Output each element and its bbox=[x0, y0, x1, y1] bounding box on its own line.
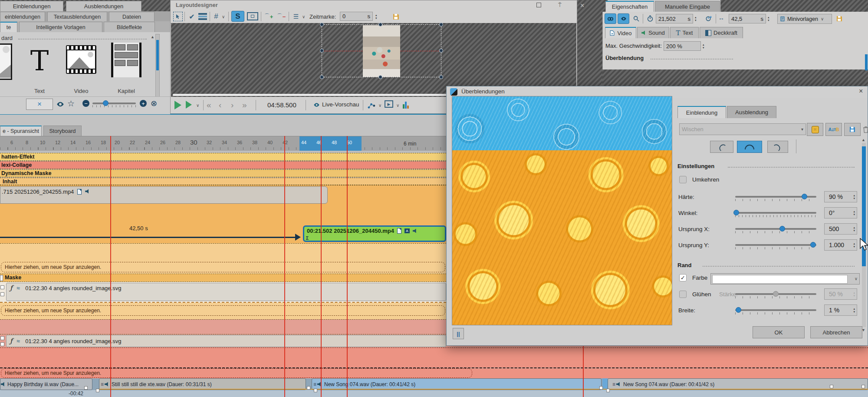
save-icon[interactable] bbox=[391, 12, 401, 21]
ursprung-y-slider[interactable] bbox=[735, 244, 816, 246]
fade-handle[interactable] bbox=[861, 385, 865, 388]
breite-valuebox[interactable]: 1 % ▴▾ bbox=[824, 304, 857, 316]
next-frame-icon[interactable]: › bbox=[231, 100, 233, 110]
play-button[interactable] bbox=[174, 101, 181, 109]
bezier-path-icon[interactable]: S bbox=[231, 11, 244, 22]
panel-scrollbar-thumb[interactable] bbox=[865, 54, 868, 70]
ursprung-x-slider[interactable] bbox=[735, 228, 816, 230]
template-item-video[interactable] bbox=[66, 45, 96, 74]
fade-handle[interactable] bbox=[314, 389, 317, 392]
display-mode-icon[interactable]: ▶ bbox=[385, 100, 393, 108]
select-tool-icon[interactable] bbox=[173, 12, 183, 21]
haerte-knob[interactable] bbox=[802, 194, 807, 199]
duration-input[interactable]: 21,502 s bbox=[656, 14, 693, 23]
save-preset-button[interactable] bbox=[844, 123, 861, 136]
restore-icon[interactable] bbox=[536, 3, 541, 7]
trash-icon[interactable] bbox=[861, 125, 868, 134]
tab-eigenschaften[interactable]: Eigenschaften bbox=[605, 1, 654, 12]
scrollbar-track[interactable] bbox=[155, 34, 160, 99]
tab-sound[interactable]: Sound bbox=[637, 27, 669, 38]
tab-storyboard[interactable]: Storyboard bbox=[43, 126, 82, 136]
stats-icon[interactable] bbox=[403, 101, 410, 109]
layoutdesigner-titlebar[interactable]: Layoutdesigner ⍑ bbox=[171, 0, 577, 10]
audio-clip-newsong-1[interactable]: ≡ New Song 074.wav (Dauer: 00:41/42 s) bbox=[312, 378, 602, 390]
gluehen-checkbox[interactable] bbox=[679, 291, 687, 298]
dialog-close-icon[interactable]: × bbox=[859, 87, 863, 95]
max-speed-spinner[interactable]: ▴▾ bbox=[703, 42, 704, 50]
thumbnail-size-slider[interactable] bbox=[92, 103, 136, 104]
drop-target[interactable]: Hierher ziehen, um neue Spur anzulegen. bbox=[1, 368, 472, 378]
zoom-object-icon[interactable] bbox=[631, 14, 641, 23]
ursprung-y-valuebox[interactable]: 1.000 ▴▾ bbox=[824, 239, 857, 251]
scrollbar-thumb[interactable] bbox=[156, 40, 159, 70]
tab-effekte[interactable]: te bbox=[0, 22, 17, 32]
length-spinner[interactable]: ▴▾ bbox=[768, 14, 769, 23]
fade-handle[interactable] bbox=[96, 389, 99, 392]
umkehren-checkbox[interactable] bbox=[679, 176, 687, 183]
farbe-color-dropdown[interactable]: ∨ bbox=[710, 273, 860, 285]
selection-handle[interactable] bbox=[320, 75, 324, 79]
winkel-valuebox[interactable]: 0° ▴▾ bbox=[824, 207, 857, 218]
skip-to-end-icon[interactable]: » bbox=[242, 100, 247, 110]
wipe-shape-left-button[interactable] bbox=[710, 141, 733, 153]
chevron-down-icon[interactable]: ∨ bbox=[222, 14, 225, 19]
minivorlagen-dropdown[interactable]: Minivorlagen ∨ bbox=[777, 14, 832, 24]
farbe-checkbox[interactable]: ✓ bbox=[679, 274, 687, 281]
swap-ab-button[interactable]: A⇄B bbox=[825, 123, 842, 136]
fade-handle[interactable] bbox=[599, 386, 603, 390]
marker-line[interactable] bbox=[284, 136, 285, 397]
tab-ausblendung[interactable]: Ausblendung bbox=[727, 106, 776, 118]
dialog-scrollbar-track[interactable] bbox=[862, 143, 866, 327]
fade-handle[interactable] bbox=[830, 385, 833, 388]
save-icon[interactable] bbox=[835, 14, 844, 23]
fade-handle[interactable] bbox=[606, 389, 610, 392]
winkel-knob[interactable] bbox=[733, 210, 739, 215]
tab-bildeffekte[interactable]: Bildeffekte bbox=[104, 22, 155, 32]
max-speed-input[interactable]: 200 % bbox=[664, 41, 701, 51]
fade-handle[interactable] bbox=[307, 386, 310, 390]
remove-keyframe-icon[interactable]: ⌒− bbox=[276, 12, 286, 21]
clip-handle[interactable] bbox=[0, 285, 4, 289]
no-effect-button[interactable]: × bbox=[26, 99, 53, 110]
preset-dropdown[interactable]: Wischen ▾ bbox=[679, 123, 806, 135]
selection-handle[interactable] bbox=[378, 23, 382, 26]
clip-video-1[interactable]: .715 20251206_204255.mp4 bbox=[0, 186, 328, 204]
tab-video[interactable]: Video bbox=[605, 27, 636, 38]
chevron-down-icon[interactable]: ∨ bbox=[378, 103, 381, 108]
scroll-up-icon[interactable]: ▲ bbox=[861, 138, 865, 142]
selection-handle[interactable] bbox=[320, 49, 324, 53]
tab-deckkraft[interactable]: Deckkraft bbox=[700, 27, 743, 38]
ursprung-y-knob[interactable] bbox=[810, 242, 816, 248]
ursprung-x-valuebox[interactable]: 500 ▴▾ bbox=[824, 223, 857, 235]
zeitmarke-input[interactable]: 0 s bbox=[340, 12, 373, 21]
stopwatch-icon[interactable] bbox=[645, 14, 655, 23]
clip-svg-1[interactable]: ƒ ≈ 01:22.30 4 angles rounded_image.svg bbox=[6, 283, 446, 301]
play-from-marker-button[interactable] bbox=[186, 101, 192, 109]
zeitmarke-spinner[interactable]: ▴▾ bbox=[375, 12, 377, 21]
template-item-image-partial[interactable] bbox=[0, 43, 12, 80]
zoom-out-icon[interactable]: − bbox=[82, 100, 89, 107]
ruler-selected-range[interactable]: 44 46 48 50 bbox=[299, 136, 362, 151]
ok-button[interactable]: OK bbox=[753, 326, 805, 338]
breite-knob[interactable] bbox=[736, 307, 741, 313]
tab-einblendungen[interactable]: Einblendungen bbox=[0, 1, 63, 11]
selected-video-frame[interactable] bbox=[363, 25, 400, 77]
chevron-down-icon[interactable]: ∨ bbox=[196, 103, 199, 108]
clip-handle[interactable] bbox=[0, 336, 4, 340]
audio-clip-newsong-2[interactable]: ≡ New Song 074.wav (Dauer: 00:41/42 s) bbox=[608, 378, 868, 390]
clip-handle[interactable] bbox=[0, 342, 4, 346]
wipe-shape-center-button[interactable] bbox=[737, 141, 762, 153]
preview-pause-button[interactable]: || bbox=[453, 328, 464, 339]
breite-slider[interactable] bbox=[735, 309, 816, 311]
track-handle[interactable] bbox=[0, 275, 3, 281]
selection-handle[interactable] bbox=[439, 23, 443, 26]
previous-frame-icon[interactable]: ‹ bbox=[219, 100, 221, 110]
random-preset-button[interactable]: ⁙ bbox=[807, 123, 823, 136]
favorite-star-icon[interactable]: ☆ bbox=[67, 99, 75, 109]
haerte-valuebox[interactable]: 90 % ▴▾ bbox=[824, 191, 857, 202]
live-preview-label[interactable]: Live-Vorschau bbox=[322, 101, 359, 108]
layers-icon[interactable] bbox=[198, 13, 207, 20]
duration-spinner[interactable]: ▴▾ bbox=[695, 14, 697, 23]
zoom-reset-icon[interactable]: ⊗ bbox=[151, 99, 157, 108]
cancel-button[interactable]: Abbrechen bbox=[810, 326, 862, 338]
